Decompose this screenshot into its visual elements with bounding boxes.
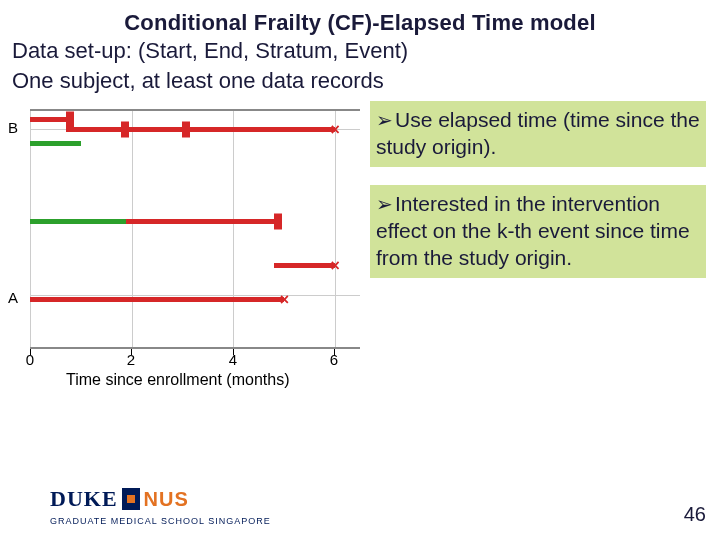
bullet-list: ➢Use elapsed time (time since the study … — [370, 101, 720, 295]
y-tick-a: A — [8, 289, 18, 306]
timeline-chart: B A × × × 0 2 4 6 Time sin — [0, 101, 370, 391]
slide-title: Conditional Frailty (CF)-Elapsed Time mo… — [0, 0, 720, 36]
bullet-1: ➢Use elapsed time (time since the study … — [370, 101, 706, 167]
bullet-1-text: Use elapsed time (time since the study o… — [376, 108, 700, 158]
logo-crest-icon — [122, 488, 140, 510]
logo-part-duke: DUKE — [50, 486, 118, 512]
x-tick-6: 6 — [330, 351, 338, 368]
subtitle-line-2: One subject, at least one data records — [0, 66, 720, 96]
page-number: 46 — [684, 503, 706, 526]
x-tick-2: 2 — [127, 351, 135, 368]
logo: DUKE NUS — [50, 486, 189, 512]
bullet-2: ➢Interested in the intervention effect o… — [370, 185, 706, 278]
x-axis-label: Time since enrollment (months) — [66, 371, 289, 389]
logo-part-nus: NUS — [144, 488, 189, 511]
logo-subtitle: GRADUATE MEDICAL SCHOOL SINGAPORE — [50, 516, 271, 526]
subtitle-line-1: Data set-up: (Start, End, Stratum, Event… — [0, 36, 720, 66]
plot-area: × × × — [30, 109, 360, 349]
y-tick-b: B — [8, 119, 18, 136]
bullet-arrow-icon: ➢ — [376, 192, 393, 218]
censor-icon: × — [331, 121, 340, 139]
bullet-arrow-icon: ➢ — [376, 108, 393, 134]
censor-icon: × — [331, 257, 340, 275]
censor-icon: × — [280, 291, 289, 309]
bullet-2-text: Interested in the intervention effect on… — [376, 192, 690, 269]
x-tick-0: 0 — [26, 351, 34, 368]
x-tick-4: 4 — [229, 351, 237, 368]
